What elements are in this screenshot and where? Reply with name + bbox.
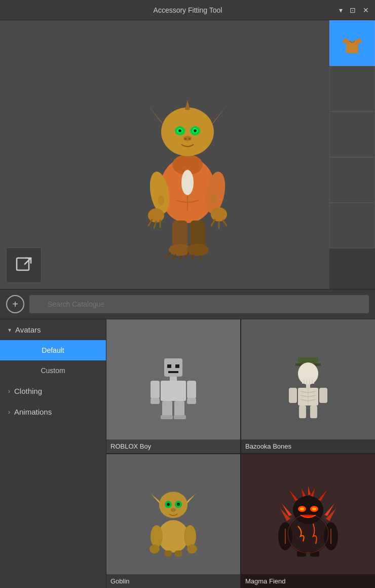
svg-point-4 (181, 170, 194, 195)
svg-rect-79 (289, 388, 297, 403)
svg-point-23 (211, 207, 227, 222)
catalogue-item-roblox-boy[interactable]: ROBLOX Boy (106, 319, 240, 453)
svg-marker-6 (147, 104, 165, 127)
search-wrapper: 🔍 (29, 295, 369, 313)
sidebar-header-clothing[interactable]: › Clothing (0, 381, 106, 401)
chevron-avatars: ▾ (8, 326, 11, 334)
chevron-clothing: › (8, 388, 10, 395)
accessory-slot-1[interactable] (329, 20, 375, 66)
svg-rect-59 (174, 415, 186, 419)
svg-point-5 (161, 107, 214, 156)
svg-point-14 (178, 129, 181, 132)
viewport (0, 20, 375, 289)
svg-marker-84 (151, 493, 161, 505)
catalogue-item-bazooka-bones[interactable]: Bazooka Bones (241, 319, 375, 453)
catalogue-item-magma-fiend[interactable]: Magma Fiend (241, 454, 375, 588)
svg-line-27 (211, 219, 215, 226)
svg-point-92 (171, 508, 176, 512)
sidebar-section-avatars: ▾ Avatars Default Custom (0, 319, 106, 381)
svg-line-24 (148, 219, 152, 226)
sidebar-section-clothing: › Clothing (0, 381, 106, 401)
svg-point-91 (177, 503, 180, 506)
app-title: Accessory Fitting Tool (36, 6, 339, 14)
svg-marker-87 (186, 496, 194, 504)
svg-rect-55 (187, 398, 196, 404)
item-image-bazooka-bones (241, 319, 375, 453)
item-image-magma-fiend (241, 454, 375, 588)
sidebar-item-custom[interactable]: Custom (0, 360, 106, 381)
sidebar-header-animations[interactable]: › Animations (0, 401, 106, 422)
svg-line-39 (200, 256, 201, 261)
svg-point-40 (158, 195, 164, 205)
maximize-btn[interactable]: ⊡ (350, 6, 356, 14)
add-button[interactable]: + (6, 295, 24, 313)
svg-point-96 (149, 544, 160, 554)
item-label-roblox-boy: ROBLOX Boy (106, 439, 240, 453)
svg-point-17 (184, 138, 187, 140)
svg-marker-107 (308, 486, 311, 495)
window-controls: ▾ ⊡ ✕ (339, 6, 369, 14)
search-area: + 🔍 (0, 289, 375, 319)
svg-rect-47 (167, 364, 171, 368)
item-image-goblin (106, 454, 240, 588)
svg-point-112 (312, 507, 316, 510)
svg-point-90 (167, 503, 170, 506)
svg-rect-57 (174, 401, 184, 416)
svg-point-33 (186, 244, 209, 256)
svg-line-35 (172, 255, 175, 260)
svg-rect-54 (151, 398, 160, 404)
accessory-slots-panel (329, 20, 375, 289)
sidebar-item-default[interactable]: Default (0, 340, 106, 360)
close-btn[interactable]: ✕ (363, 6, 369, 14)
svg-rect-42 (17, 258, 29, 270)
character-figure (122, 48, 253, 261)
svg-marker-7 (210, 104, 228, 127)
svg-rect-48 (175, 364, 179, 368)
title-bar: Accessory Fitting Tool ▾ ⊡ ✕ (0, 0, 375, 20)
svg-marker-85 (186, 493, 196, 505)
svg-point-83 (159, 492, 188, 518)
svg-rect-98 (165, 550, 172, 557)
chevron-animations: › (8, 409, 10, 416)
svg-rect-50 (170, 377, 177, 381)
sidebar-header-avatars[interactable]: ▾ Avatars (0, 319, 106, 340)
svg-point-97 (187, 544, 197, 554)
svg-marker-108 (311, 488, 315, 497)
svg-marker-113 (289, 490, 298, 501)
svg-line-45 (25, 258, 31, 264)
accessory-slot-3[interactable] (329, 112, 375, 157)
svg-point-41 (211, 194, 217, 204)
sidebar: ▾ Avatars Default Custom › Clothing › An… (0, 319, 106, 588)
catalogue-grid: ROBLOX Boy (106, 319, 375, 588)
svg-point-95 (184, 525, 196, 547)
accessory-slot-2[interactable] (329, 66, 375, 112)
svg-rect-58 (161, 415, 173, 419)
accessory-slot-4[interactable] (329, 157, 375, 203)
item-image-roblox-boy (106, 319, 240, 453)
sidebar-label-avatars: Avatars (15, 325, 41, 334)
svg-line-38 (192, 255, 194, 260)
svg-rect-99 (175, 550, 182, 557)
svg-rect-70 (306, 384, 310, 388)
svg-rect-82 (310, 406, 317, 418)
accessory-slot-5[interactable] (329, 203, 375, 248)
svg-line-36 (180, 256, 181, 261)
svg-line-25 (154, 222, 156, 228)
search-input[interactable] (29, 295, 369, 313)
export-button[interactable] (6, 247, 42, 283)
svg-rect-46 (164, 358, 182, 377)
svg-rect-52 (151, 381, 160, 398)
svg-point-111 (300, 507, 304, 510)
svg-rect-53 (187, 381, 196, 398)
catalogue-item-goblin[interactable]: Goblin (106, 454, 240, 588)
svg-rect-49 (168, 371, 178, 373)
item-label-bazooka-bones: Bazooka Bones (241, 439, 375, 453)
svg-marker-19 (185, 100, 190, 110)
svg-marker-106 (302, 488, 306, 497)
svg-point-22 (148, 208, 164, 223)
sidebar-section-animations: › Animations (0, 401, 106, 422)
sidebar-label-clothing: Clothing (14, 387, 42, 395)
item-label-magma-fiend: Magma Fiend (241, 574, 375, 588)
minimize-btn[interactable]: ▾ (339, 6, 343, 14)
svg-rect-56 (162, 401, 172, 416)
